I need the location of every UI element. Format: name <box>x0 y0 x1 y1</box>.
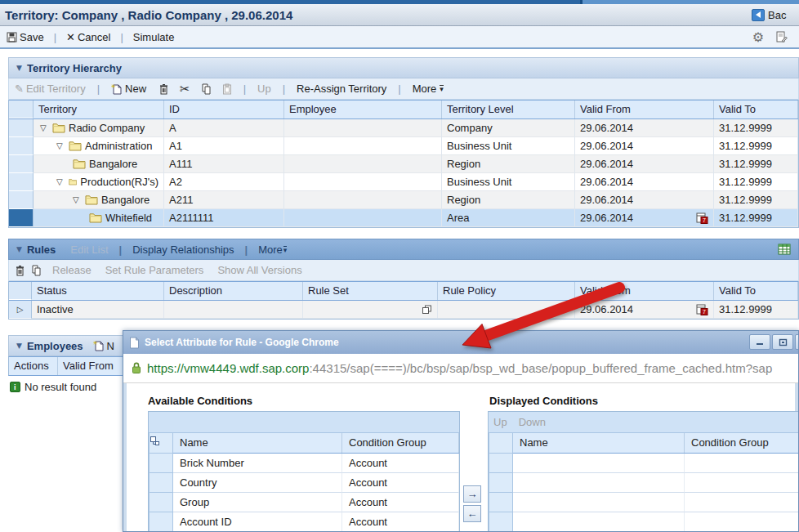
col-employee[interactable]: Employee <box>284 101 442 118</box>
col-id[interactable]: ID <box>164 101 284 118</box>
row-selector[interactable] <box>489 473 513 493</box>
date-picker-icon[interactable]: 7 <box>696 212 708 224</box>
date-picker-icon[interactable]: 7 <box>696 304 708 315</box>
delete-icon[interactable] <box>158 83 169 95</box>
simulate-button[interactable]: Simulate <box>133 31 175 43</box>
close-button[interactable] <box>795 334 799 350</box>
table-row[interactable]: ▽ Production(RJ's) A2 Business Unit 29.0… <box>9 173 798 191</box>
gear-icon[interactable]: ⚙ <box>752 29 764 45</box>
multi-select-icon[interactable] <box>149 433 173 454</box>
display-relationships-button[interactable]: Display Relationships <box>132 244 234 256</box>
url-bar[interactable]: https://vmw4449.wdf.sap.corp:44315/sap(=… <box>123 354 798 383</box>
employees-new-button[interactable]: ✳ N <box>93 340 114 352</box>
row-selector[interactable] <box>489 493 513 512</box>
row-selector[interactable] <box>149 493 173 512</box>
col-rule-set[interactable]: Rule Set <box>303 282 438 300</box>
table-row[interactable]: ▽ Bangalore A211 Region 29.06.2014 31.12… <box>9 191 798 209</box>
table-row[interactable]: ▽ Administration A1 Business Unit 29.06.… <box>9 137 798 155</box>
col-rule-policy[interactable]: Rule Policy <box>438 282 575 300</box>
col-valid-from[interactable]: Valid From <box>58 357 124 375</box>
empty-row[interactable] <box>489 512 799 532</box>
copy-icon[interactable] <box>31 265 42 276</box>
col-valid-to[interactable]: Valid To <box>714 101 798 118</box>
col-condition-group[interactable]: Condition Group <box>685 433 799 453</box>
expand-closed-icon[interactable]: ▷ <box>17 301 24 318</box>
table-row[interactable]: Bangalore A111 Region 29.06.2014 31.12.9… <box>9 155 798 173</box>
row-expander[interactable]: ▷ <box>9 301 32 319</box>
col-valid-from[interactable]: Valid From <box>575 282 714 300</box>
back-button[interactable]: Bac <box>752 9 794 21</box>
padlock-icon[interactable] <box>132 362 141 374</box>
export-table-icon[interactable] <box>778 244 791 255</box>
edit-list-button[interactable]: Edit List <box>70 244 108 256</box>
move-left-button[interactable]: ← <box>463 505 481 522</box>
release-button[interactable]: Release <box>52 264 92 276</box>
col-territory-level[interactable]: Territory Level <box>442 101 575 118</box>
reassign-territory-button[interactable]: Re-Assign Territory <box>297 83 386 95</box>
col-condition-group[interactable]: Condition Group <box>342 433 459 453</box>
row-selector[interactable] <box>489 454 513 473</box>
paste-icon[interactable] <box>222 83 232 95</box>
copy-icon[interactable] <box>201 83 212 95</box>
row-selector[interactable] <box>9 137 33 155</box>
col-territory[interactable]: Territory <box>33 101 164 118</box>
condition-row[interactable]: Country Account <box>149 473 459 493</box>
expand-open-icon[interactable]: ▽ <box>56 173 69 190</box>
row-selector[interactable] <box>9 209 33 227</box>
up-button[interactable]: Up <box>493 416 507 428</box>
row-selector[interactable] <box>9 119 33 137</box>
row-selector[interactable] <box>149 454 173 473</box>
col-name[interactable]: Name <box>173 433 342 453</box>
down-button[interactable]: Down <box>519 416 546 428</box>
row-selector[interactable] <box>149 512 173 532</box>
col-description[interactable]: Description <box>164 282 303 300</box>
condition-row[interactable]: Account ID Account <box>149 512 459 532</box>
row-selector[interactable] <box>489 512 513 532</box>
maximize-button[interactable] <box>772 334 793 350</box>
cancel-button[interactable]: ✕ Cancel <box>66 31 110 43</box>
more-button[interactable]: More ▾ <box>413 83 444 95</box>
row-selector[interactable] <box>9 173 33 191</box>
row-selector[interactable] <box>9 191 33 209</box>
personalize-icon[interactable] <box>775 31 788 43</box>
col-name[interactable]: Name <box>513 433 685 453</box>
collapse-icon[interactable]: ▼ <box>16 64 22 72</box>
select-all-cell[interactable] <box>9 101 33 118</box>
delete-icon[interactable] <box>15 265 25 276</box>
empty-row[interactable] <box>489 473 799 493</box>
select-all-cell[interactable] <box>489 433 513 454</box>
col-actions[interactable]: Actions <box>9 357 58 375</box>
set-rule-parameters-button[interactable]: Set Rule Parameters <box>105 264 204 276</box>
edit-territory-button[interactable]: ✎ Edit Territory <box>15 83 86 95</box>
collapse-icon[interactable]: ▼ <box>16 245 22 253</box>
condition-row[interactable]: Brick Number Account <box>149 454 459 473</box>
empty-row[interactable] <box>489 454 799 473</box>
rules-more-button[interactable]: More ▾ <box>258 244 287 256</box>
collapse-icon[interactable]: ▼ <box>16 342 22 350</box>
expand-open-icon[interactable]: ▽ <box>56 137 69 154</box>
col-valid-from[interactable]: Valid From <box>575 101 714 118</box>
condition-row[interactable]: Group Account <box>149 493 459 512</box>
select-all-cell[interactable] <box>9 282 32 300</box>
col-status[interactable]: Status <box>32 282 164 300</box>
show-all-versions-button[interactable]: Show All Versions <box>217 264 301 276</box>
new-button[interactable]: ✳ New <box>111 83 146 95</box>
save-button[interactable]: Save <box>7 31 44 43</box>
popup-titlebar[interactable]: Select Attribute for Rule - Google Chrom… <box>123 331 798 354</box>
table-row-selected[interactable]: Whitefield A2111111 Area 29.06.2014 7 31… <box>9 209 798 227</box>
territory-name: Administration <box>85 137 152 154</box>
minimize-button[interactable] <box>749 334 770 350</box>
row-selector[interactable] <box>9 155 33 173</box>
up-button[interactable]: Up <box>257 83 271 95</box>
value-help-icon[interactable] <box>422 305 432 315</box>
row-selector[interactable] <box>149 473 173 493</box>
move-right-button[interactable]: → <box>463 485 481 503</box>
separator <box>392 83 406 95</box>
expand-open-icon[interactable]: ▽ <box>73 191 85 208</box>
cut-icon[interactable]: ✂ <box>180 82 190 96</box>
rule-row[interactable]: ▷ Inactive 29.06.2014 7 31.12.9999 <box>9 301 798 319</box>
col-valid-to[interactable]: Valid To <box>714 282 798 300</box>
expand-open-icon[interactable]: ▽ <box>40 119 52 136</box>
table-row[interactable]: ▽ Radio Company A Company 29.06.2014 31.… <box>9 119 798 137</box>
empty-row[interactable] <box>489 493 799 512</box>
